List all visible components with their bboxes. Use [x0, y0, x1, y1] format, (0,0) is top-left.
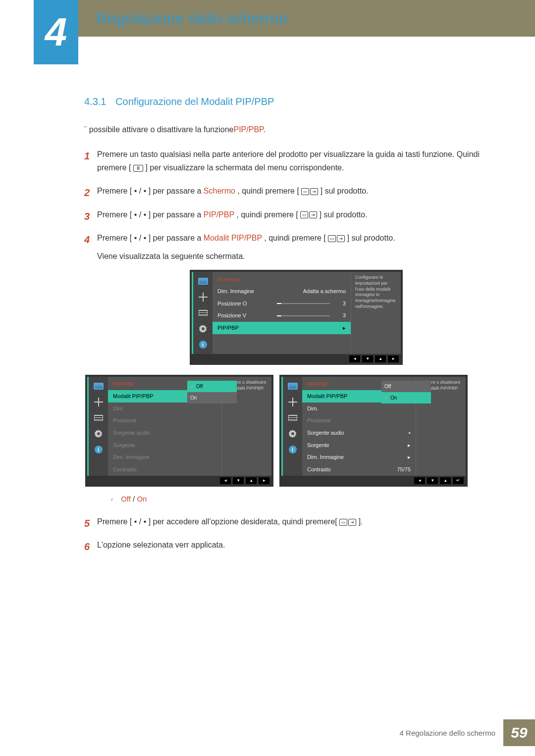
nav-left-icon: ◂ [349, 355, 360, 362]
osd-row-pippbp: PIP/PBP ▸ [213, 322, 351, 334]
monitor-icon [287, 382, 298, 391]
row-label: Dim. Immagine [217, 287, 272, 296]
arrow-icon: ▸ [408, 453, 411, 462]
osd-row-sorgente-audio: Sorgente audio [108, 427, 221, 439]
gear-icon [93, 429, 104, 438]
step-text: Premere [ • / • ] per passare a [97, 210, 201, 219]
row-label: Posizione [307, 416, 362, 425]
osd-row-sorgente-audio: Sorgente audio▪ [302, 427, 416, 439]
osd-main-wrap: i Schermo Dim. Immagine Adatta a schermo… [97, 270, 495, 365]
nav-right-icon: ▸ [259, 477, 269, 484]
row-value: 3 [335, 311, 346, 320]
osd-option-popup: Off On [187, 381, 237, 403]
step-text: ] sul prodotto. [320, 210, 368, 219]
info-icon: i [287, 445, 298, 454]
row-label: Posizione O [217, 299, 272, 308]
osd-description: Configurare le impostazioni per l'uso de… [351, 272, 401, 354]
chapter-title-bar: Regolazione dello schermo [78, 0, 535, 37]
nav-enter-icon: ↵ [453, 477, 464, 484]
option-on: On [381, 392, 431, 403]
nav-right-icon: ▸ [388, 355, 399, 362]
osd-pippbp-off: i PIP/PBP Modalit PIP/PBP Dim. Posizione… [85, 375, 273, 487]
osd-sidebar: i [192, 272, 213, 354]
step-text: L'opzione selezionata verr applicata. [97, 541, 225, 549]
option-off: Off [381, 381, 431, 392]
move-icon [198, 293, 209, 302]
step-5: 5 Premere [ • / • ] per accedere all'opz… [84, 515, 495, 528]
step-highlight: PIP/PBP [204, 210, 234, 219]
page-footer: 4 Regolazione dello schermo 59 [400, 719, 535, 746]
step-text: ] sul prodotto. [347, 234, 395, 242]
bullet-dot: z [111, 497, 113, 502]
osd-row-dim-immagine: Dim. Immagine Adatta a schermo [213, 285, 351, 298]
move-icon [93, 398, 104, 406]
osd-center: PIP/PBP Modalit PIP/PBP Dim. Posizione S… [108, 377, 221, 476]
osd-pair: i PIP/PBP Modalit PIP/PBP Dim. Posizione… [77, 375, 476, 487]
arrow-icon: ▸ [408, 441, 411, 450]
monitor-icon [93, 382, 104, 391]
row-label: Dim. [307, 404, 362, 413]
osd-schermo: i Schermo Dim. Immagine Adatta a schermo… [190, 270, 403, 365]
osd-row-dim-immagine: Dim. Immagine▸ [302, 451, 416, 463]
row-label: PIP/PBP [217, 323, 272, 333]
enter-source-icon: ▭⇥ [301, 188, 318, 195]
step-highlight: Modalit PIP/PBP [204, 234, 262, 242]
osd-center: Schermo Dim. Immagine Adatta a schermo P… [213, 272, 351, 354]
option-on-label: On [137, 495, 147, 503]
row-label: Modalit PIP/PBP [113, 392, 167, 401]
step-text: , quindi premere [ [237, 187, 299, 195]
info-icon: i [93, 445, 104, 454]
osd-center: PIP/PBP Modalit PIP/PBP Dim. Posizione S… [302, 377, 416, 476]
step-2: 2 Premere [ • / • ] per passare a Scherm… [84, 184, 495, 198]
row-value: 3 [335, 299, 346, 308]
arrow-icon: ▸ [343, 323, 346, 333]
row-value: 75/75 [397, 465, 411, 474]
step-text: , quindi premere [ [264, 234, 326, 242]
monitor-icon [198, 277, 209, 286]
step-number: 5 [84, 515, 90, 532]
nav-up-icon: ▴ [375, 355, 386, 362]
osd-row-contrasto: Contrasto [108, 463, 221, 476]
gear-icon [198, 324, 209, 333]
gear-icon [287, 429, 298, 438]
enter-source-icon: ▭⇥ [339, 519, 356, 526]
page-content: 4.3.1 Configurazione del Modalit PIP/PBP… [0, 64, 535, 552]
osd-row-posizione-o: Posizione O 3 [213, 298, 351, 310]
slider-bar [277, 303, 330, 304]
step-text: ]. [359, 517, 363, 526]
step-text: Premere [ • / • ] per accedere all'opzio… [97, 517, 337, 526]
step-highlight: Schermo [204, 187, 235, 195]
row-label: Sorgente audio [113, 428, 167, 438]
osd-nav-bar: ◂ ▾ ▴ ▸ [192, 354, 401, 365]
intro-highlight: PIP/PBP [234, 125, 264, 134]
osd-row-dim: Dim. [302, 403, 416, 415]
intro-post: . [264, 125, 266, 134]
row-label: Dim. Immagine [307, 453, 362, 462]
nav-down-icon: ▾ [427, 477, 438, 484]
step-number: 6 [84, 538, 90, 555]
osd-sidebar: i [281, 377, 302, 476]
osd-row-dim: Dim. [108, 403, 221, 415]
step-text: , quindi premere [ [236, 210, 298, 219]
step-number: 2 [84, 184, 90, 201]
chapter-header: 4 Regolazione dello schermo [0, 0, 535, 64]
osd-row-posizione-v: Posizione V 3 [213, 309, 351, 322]
square-icon: ▪ [409, 428, 411, 438]
option-sep: / [131, 495, 137, 503]
osd-row-posizione: Posizione [108, 414, 221, 427]
nav-left-icon: ◂ [220, 477, 231, 484]
nav-down-icon: ▾ [233, 477, 244, 484]
row-label: Contrasto [307, 465, 362, 474]
step-3: 3 Premere [ • / • ] per passare a PIP/PB… [84, 208, 495, 221]
row-value: Adatta a schermo [303, 287, 346, 296]
step-1: 1 Premere un tasto qualsiasi nella parte… [84, 148, 495, 174]
section-title: Configurazione del Modalit PIP/PBP [115, 96, 274, 107]
chapter-number-tab: 4 [34, 0, 78, 64]
footer-chapter-label: 4 Regolazione dello schermo [400, 729, 495, 737]
list-icon [198, 308, 209, 317]
row-label: Modalit PIP/PBP [307, 392, 362, 401]
intro-text: ¨ possibile attivare o disattivare la fu… [84, 124, 495, 136]
row-label: Posizione [113, 416, 167, 425]
row-label: Posizione V [217, 311, 272, 320]
row-label: Sorgente [307, 441, 362, 450]
